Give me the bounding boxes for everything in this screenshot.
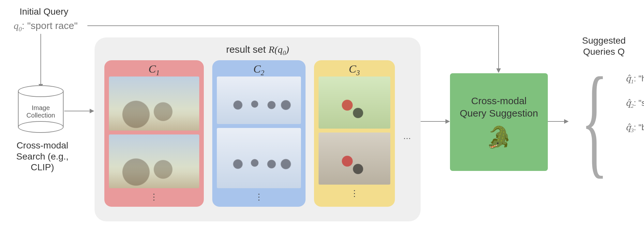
thumb-horse-2 <box>109 134 199 189</box>
crocodile-icon: 🐊 <box>486 125 512 149</box>
thumb-snow-2 <box>217 128 301 188</box>
db-label: Image Collection <box>18 104 64 119</box>
result-set-panel: result set R(q0) C1 ⋮ C2 ⋮ C3 ⋮ ... <box>95 37 421 221</box>
arrowhead-q0-to-module <box>496 68 501 73</box>
c2-ellipsis: ⋮ <box>255 192 263 202</box>
q0-var: q <box>14 20 19 31</box>
arrow-results-to-module <box>421 121 446 122</box>
suggested-queries-list: q̂1: "horse race" q̂2: "snow race" q̂3: … <box>624 59 644 189</box>
arrowhead-results-to-module <box>445 119 450 124</box>
suggested-q2: q̂2: "snow race" <box>625 98 644 109</box>
c1-ellipsis: ⋮ <box>150 192 158 202</box>
arrow-q0-to-module-v <box>498 25 499 69</box>
initial-query-title: Initial Query <box>20 7 68 17</box>
search-caption: Cross-modal Search (e.g., CLIP) <box>7 140 78 173</box>
module-title: Cross-modal Query Suggestion <box>460 95 538 119</box>
cluster-c1-label: C1 <box>104 63 204 77</box>
image-collection-db: Image Collection <box>18 91 64 127</box>
arrowhead-db-to-results <box>90 109 94 113</box>
thumb-moto-1 <box>319 77 390 129</box>
q0-sub: 0 <box>19 26 22 33</box>
cluster-c3-label: C3 <box>314 63 395 77</box>
cluster-c2-label: C2 <box>212 63 306 77</box>
suggested-q3: q̂3: "bike race" <box>625 122 644 134</box>
q0-text: "sport race" <box>27 20 78 31</box>
suggested-q1: q̂1: "horse race" <box>625 74 644 85</box>
query-suggestion-module: Cross-modal Query Suggestion 🐊 <box>450 73 548 171</box>
result-set-title: result set R(q0) <box>95 44 421 57</box>
cluster-c1: C1 ⋮ <box>104 60 204 207</box>
cluster-c3: C3 ⋮ <box>314 60 395 207</box>
clusters-ellipsis: ... <box>403 131 411 141</box>
thumb-horse-1 <box>109 77 199 131</box>
arrow-module-to-output <box>548 121 565 122</box>
thumb-moto-2 <box>319 133 390 185</box>
output-set: { q̂1: "horse race" q̂2: "snow race" q̂3… <box>565 59 640 189</box>
arrow-db-to-results <box>64 111 90 111</box>
arrow-q0-to-db <box>40 34 41 85</box>
c3-ellipsis: ⋮ <box>350 189 359 199</box>
thumb-snow-1 <box>217 77 301 124</box>
brace-left-icon: { <box>581 59 608 189</box>
arrow-q0-to-module-h <box>87 25 499 26</box>
initial-query-value: q0: "sport race" <box>14 20 78 33</box>
cluster-c2: C2 ⋮ <box>212 60 306 207</box>
suggested-ellipsis: ⋮ <box>625 147 644 157</box>
